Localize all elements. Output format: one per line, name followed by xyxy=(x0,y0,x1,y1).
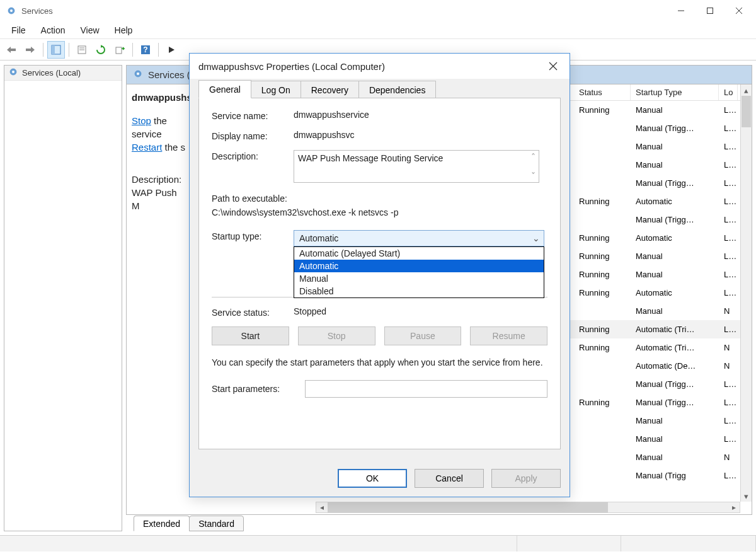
description-textarea[interactable]: WAP Push Message Routing Service ˄ ˅ xyxy=(294,150,539,183)
menu-view[interactable]: View xyxy=(72,23,106,38)
cell-status: Running xyxy=(574,398,631,407)
cell-logon: Lo xyxy=(719,416,738,425)
cell-startup: Automatic xyxy=(631,288,719,297)
col-logon[interactable]: Lo xyxy=(719,84,738,100)
startup-option[interactable]: Automatic xyxy=(294,260,544,272)
tab-general[interactable]: General xyxy=(198,80,251,98)
separator xyxy=(158,43,159,57)
cell-startup: Automatic (Tri… xyxy=(631,325,719,334)
scroll-up-icon[interactable]: ▴ xyxy=(741,84,752,96)
resume-button[interactable]: Resume xyxy=(470,326,547,345)
start-service-button[interactable] xyxy=(163,41,180,59)
startup-type-combo[interactable]: Automatic ⌄ xyxy=(294,230,544,246)
cell-startup: Manual (Trigg… xyxy=(631,215,719,224)
cell-status: Running xyxy=(574,325,631,334)
startup-option[interactable]: Manual xyxy=(294,272,544,285)
cell-status: Running xyxy=(574,251,631,261)
tab-logon[interactable]: Log On xyxy=(251,81,301,98)
label-service-status: Service status: xyxy=(212,306,294,318)
cell-logon: Lo xyxy=(719,124,738,133)
label-startup-type: Startup type: xyxy=(212,230,294,241)
cell-logon: N xyxy=(719,306,738,316)
scroll-down-icon[interactable]: ˅ xyxy=(529,171,537,181)
startup-option[interactable]: Automatic (Delayed Start) xyxy=(294,247,544,260)
detail-view-button[interactable] xyxy=(47,41,65,59)
minimize-button[interactable] xyxy=(667,1,696,20)
cell-logon: Lo xyxy=(719,288,738,297)
help-button[interactable]: ? xyxy=(137,41,154,59)
cell-status: Running xyxy=(574,343,631,352)
tab-recovery[interactable]: Recovery xyxy=(301,81,359,98)
scroll-left-icon[interactable]: ◂ xyxy=(316,502,328,512)
ok-button[interactable]: OK xyxy=(338,469,407,488)
svg-rect-3 xyxy=(707,8,713,14)
cell-logon: Lo xyxy=(719,233,738,243)
stop-link[interactable]: Stop xyxy=(132,115,151,126)
start-button[interactable]: Start xyxy=(212,326,289,345)
cancel-button[interactable]: Cancel xyxy=(415,469,484,488)
vertical-scrollbar[interactable]: ▴ ▾ xyxy=(740,84,752,502)
label-start-params: Start parameters: xyxy=(212,384,294,394)
detail-restart-line: Restart the s xyxy=(132,141,186,154)
cell-startup: Manual (Trigg… xyxy=(631,379,719,389)
col-startup[interactable]: Startup Type xyxy=(631,84,719,100)
cell-logon: Lo xyxy=(719,325,738,334)
cell-logon: Lo xyxy=(719,197,738,206)
maximize-button[interactable] xyxy=(696,1,724,20)
startup-type-dropdown[interactable]: Automatic (Delayed Start)AutomaticManual… xyxy=(294,246,544,298)
start-params-input[interactable] xyxy=(305,380,547,398)
menu-action[interactable]: Action xyxy=(33,23,73,38)
cell-startup: Manual xyxy=(631,142,719,151)
statusbar xyxy=(0,535,756,551)
detail-stop-line: Stop the service xyxy=(132,114,186,141)
stop-button[interactable]: Stop xyxy=(298,326,375,345)
startup-option[interactable]: Disabled xyxy=(294,285,544,297)
cell-logon: Lo xyxy=(719,178,738,188)
dialog-titlebar: dmwappushsvc Properties (Local Computer) xyxy=(190,54,570,79)
horizontal-scrollbar[interactable]: ◂ ▸ xyxy=(316,502,740,513)
description-text: WAP Push Message Routing Service xyxy=(298,153,443,163)
col-status[interactable]: Status xyxy=(574,84,631,100)
label-path: Path to executable: xyxy=(212,192,547,205)
scroll-down-icon[interactable]: ▾ xyxy=(741,490,752,502)
back-button[interactable] xyxy=(3,41,20,59)
separator xyxy=(69,43,69,57)
cell-startup: Automatic (De… xyxy=(631,361,719,371)
window-title: Services xyxy=(21,6,667,16)
detail-pane: dmwappushsvc Stop the service Restart th… xyxy=(127,84,191,514)
dialog-tabs: General Log On Recovery Dependencies xyxy=(198,79,561,98)
tree-item-label: Services (Local) xyxy=(22,68,81,78)
cell-startup: Manual (Trigg… xyxy=(631,124,719,133)
export-button[interactable] xyxy=(111,41,129,59)
restart-link[interactable]: Restart xyxy=(132,142,162,153)
cell-logon: N xyxy=(719,453,738,462)
cell-startup: Manual (Trigg… xyxy=(631,398,719,407)
scroll-up-icon[interactable]: ˄ xyxy=(529,152,537,162)
forward-button[interactable] xyxy=(21,41,39,59)
cell-startup: Manual xyxy=(631,434,719,444)
cell-startup: Manual xyxy=(631,251,719,261)
tab-extended[interactable]: Extended xyxy=(134,516,190,531)
value-path: C:\windows\system32\svchost.exe -k netsv… xyxy=(212,205,547,219)
pause-button[interactable]: Pause xyxy=(384,326,462,345)
scroll-right-icon[interactable]: ▸ xyxy=(728,502,740,512)
separator xyxy=(132,43,133,57)
svg-text:?: ? xyxy=(143,45,147,54)
gear-icon xyxy=(133,69,143,81)
gear-icon xyxy=(8,67,18,79)
cell-startup: Manual xyxy=(631,453,719,462)
menu-file[interactable]: File xyxy=(4,23,33,38)
menu-help[interactable]: Help xyxy=(107,23,140,38)
tab-dependencies[interactable]: Dependencies xyxy=(358,81,437,98)
cell-startup: Manual xyxy=(631,160,719,170)
cell-logon: N xyxy=(719,343,738,352)
close-button[interactable] xyxy=(724,1,753,20)
apply-button[interactable]: Apply xyxy=(491,469,561,488)
cell-startup: Manual (Trigg… xyxy=(631,178,719,188)
properties-button[interactable] xyxy=(73,41,91,59)
dialog-close-button[interactable] xyxy=(546,59,561,74)
cell-logon: Lo xyxy=(719,142,738,151)
refresh-button[interactable] xyxy=(92,41,110,59)
tab-standard[interactable]: Standard xyxy=(189,516,244,531)
tree-item-services-local[interactable]: Services (Local) xyxy=(4,66,122,81)
